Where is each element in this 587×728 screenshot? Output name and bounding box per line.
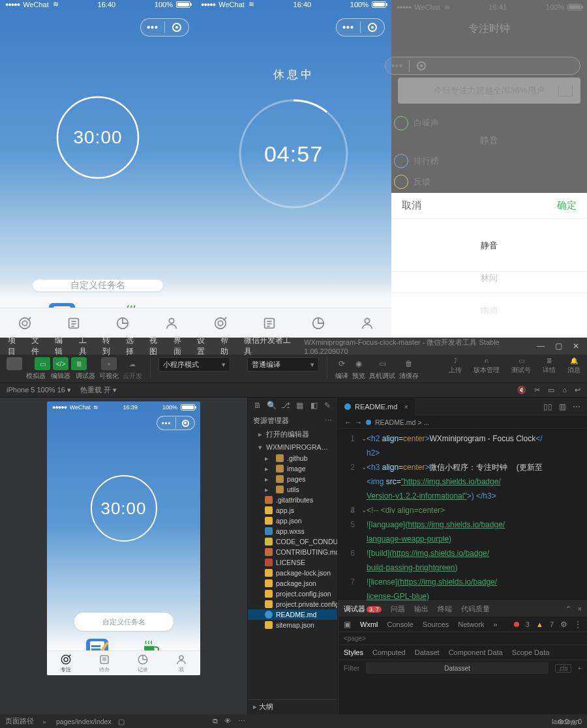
close-icon[interactable]: ✕ (573, 342, 579, 351)
sound-icon[interactable]: 🔇 (517, 386, 526, 394)
tab-stats[interactable]: 记录 (124, 651, 162, 675)
picker-ok[interactable]: 确定 (557, 199, 577, 212)
scene-icon[interactable]: ⧉ (213, 717, 218, 725)
compile-mode-select[interactable]: 普通编译 (247, 357, 319, 371)
more-icon[interactable]: ⋯ (573, 402, 580, 411)
menu-item[interactable]: 界面 (173, 335, 188, 357)
mode-select[interactable]: 小程序模式 (158, 357, 230, 371)
menu-item[interactable]: 视图 (149, 335, 164, 357)
close-icon[interactable] (165, 18, 188, 36)
file[interactable]: app.wxss (248, 526, 337, 536)
tab-todo[interactable] (245, 308, 294, 338)
sub-tab[interactable]: Styles (344, 648, 363, 656)
dbg-tab[interactable]: 输出 (414, 604, 429, 614)
file[interactable]: package.json (248, 578, 337, 589)
dbg-tool[interactable]: Sources (423, 620, 449, 628)
dbg-tab[interactable]: 代码质量 (461, 604, 490, 614)
filter-input[interactable]: Filter (344, 664, 359, 672)
branch-icon[interactable]: ⎇ (281, 401, 290, 410)
cube-icon[interactable]: ◧ (310, 401, 318, 410)
menu-item[interactable]: 项目 (8, 335, 22, 357)
page-path[interactable]: pages/index/index (56, 718, 112, 725)
files-icon[interactable]: 🗎 (253, 401, 262, 410)
more-tools-icon[interactable]: » (494, 620, 498, 628)
layout-icon[interactable]: ▥ (559, 402, 566, 411)
collapse-icon[interactable]: ⌃ (565, 605, 571, 613)
tab-me[interactable]: 我 (162, 651, 200, 675)
open-editors[interactable]: 打开的编辑器 (248, 428, 337, 441)
more-icon[interactable]: ⋯ (238, 717, 245, 725)
tab-me[interactable] (147, 308, 196, 338)
tab-me[interactable] (342, 308, 391, 338)
tab-stats[interactable] (294, 308, 342, 338)
inspect-icon[interactable]: ▣ (344, 620, 351, 629)
home-icon[interactable]: ⌂ (562, 386, 567, 394)
tab-stats[interactable] (98, 308, 147, 338)
task-input[interactable]: 自定义任务名 (74, 613, 173, 631)
menu-item[interactable]: 帮助 (220, 335, 235, 357)
clear-button[interactable]: 🗑 (402, 357, 415, 370)
avatar-icon[interactable] (7, 357, 22, 370)
outline[interactable]: 大纲 (248, 699, 337, 714)
test-icon[interactable]: ▭ (519, 357, 524, 364)
viz-button[interactable]: ▫ (101, 357, 117, 370)
remote-button[interactable]: ▭ (376, 357, 389, 370)
editor-toggle[interactable]: </> (53, 357, 68, 370)
cls-toggle[interactable]: .cls (555, 664, 571, 673)
timer-ring[interactable]: 04:57 (235, 95, 352, 212)
msg-icon[interactable]: 🔔 (570, 357, 578, 364)
task-input[interactable]: 自定义任务名 (33, 280, 163, 291)
tab-focus[interactable] (196, 308, 245, 338)
more-icon[interactable]: ⋯ (325, 416, 332, 425)
close-icon[interactable] (176, 416, 194, 430)
dbg-tab[interactable]: 调试器3, 7 (344, 604, 382, 614)
rotate-icon[interactable]: ▭ (548, 386, 554, 394)
back-icon[interactable]: ↩ (575, 386, 580, 394)
maximize-icon[interactable]: ▢ (555, 342, 562, 351)
split-icon[interactable]: ▯▯ (543, 402, 552, 411)
menu-feedback[interactable]: 反馈 (391, 171, 587, 192)
file[interactable]: CONTRIBUTING.md (248, 547, 337, 557)
dbg-tab[interactable]: 终端 (438, 604, 452, 614)
back-nav-icon[interactable]: ← (344, 418, 352, 426)
root-folder[interactable]: WXMINIPROGRAM-FOCUS-CLO... (248, 441, 337, 453)
preview-button[interactable]: ◉ (352, 357, 365, 370)
sub-tab[interactable]: Dataset (415, 648, 440, 656)
menu-item[interactable]: 编辑 (55, 335, 69, 357)
upload-icon[interactable]: ⤴ (454, 357, 457, 364)
search-icon[interactable]: 🔍 (267, 401, 276, 410)
file[interactable]: CODE_OF_CONDUCT.md (248, 536, 337, 547)
file[interactable]: app.js (248, 505, 337, 516)
detail-icon[interactable]: ≣ (547, 357, 552, 364)
hot-reload[interactable]: 热重载 开 ▾ (80, 385, 117, 395)
picker-cancel[interactable]: 取消 (402, 199, 421, 212)
brush-icon[interactable]: ✎ (324, 401, 332, 410)
compile-button[interactable]: ⟳ (335, 357, 348, 370)
capsule-menu[interactable]: ••• (385, 57, 580, 75)
file[interactable]: LICENSE (248, 557, 337, 568)
menu-item[interactable]: 文件 (31, 335, 46, 357)
dbg-tool[interactable]: Network (458, 620, 484, 628)
simulator-toggle[interactable]: ▭ (35, 357, 50, 370)
timer-ring[interactable]: 30:00 (87, 472, 160, 545)
menu-rank[interactable]: 排行榜 (391, 151, 587, 171)
file[interactable]: project.config.json (248, 589, 337, 599)
folder[interactable]: image (248, 463, 337, 474)
device-select[interactable]: iPhone 5 100% 16 ▾ (7, 386, 71, 394)
file[interactable]: sitemap.json (248, 620, 337, 630)
version-icon[interactable]: ⎌ (485, 357, 489, 364)
close-icon[interactable]: × (578, 605, 582, 613)
capsule-menu[interactable]: ••• (157, 416, 195, 430)
menu-item[interactable]: 设置 (197, 335, 211, 357)
menu-item[interactable]: 工具 (79, 335, 93, 357)
dbg-tool[interactable]: Console (387, 620, 414, 628)
file[interactable]: .gitattributes (248, 495, 337, 505)
settings-icon[interactable]: ⚙ (560, 620, 567, 629)
menu-icon[interactable]: ⋮ (574, 620, 582, 629)
close-icon[interactable] (361, 18, 384, 36)
dbg-tool[interactable]: Wxml (360, 620, 378, 628)
menu-white-noise[interactable]: 白噪声 (391, 113, 587, 134)
code-area[interactable]: 1<h2 align=center>WXminiprogram - Focus … (338, 429, 587, 609)
sub-tab[interactable]: Scope Data (512, 648, 549, 656)
cut-icon[interactable]: ✂ (534, 386, 540, 394)
